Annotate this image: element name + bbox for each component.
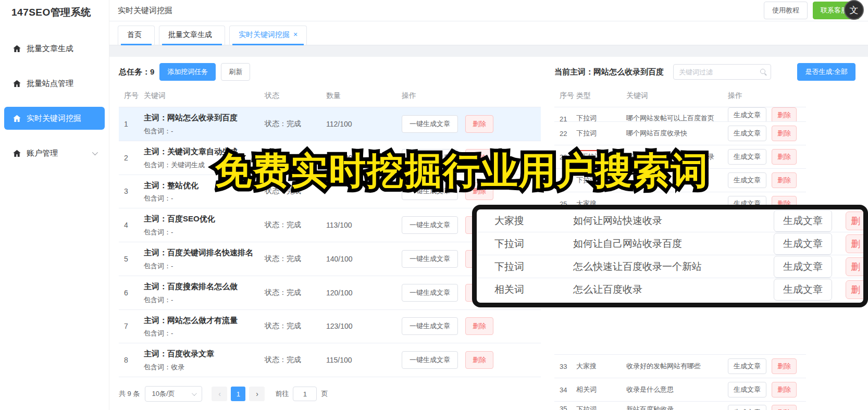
task-keyword-cell: 主词：网站怎么做才有流量 包含词：-: [144, 315, 265, 339]
generate-article-button[interactable]: 一键生成文章: [402, 115, 458, 133]
keywords-panel-header: 当前主词：网站怎么收录到百度 是否生成:全部: [554, 64, 855, 80]
keyword-type: 下拉词: [576, 150, 626, 164]
tab-underline: [232, 44, 304, 45]
magnified-keyword-row: 大家搜 如何让网站快速收录 生成文章 删: [477, 209, 863, 232]
col-keyword: 关键词: [144, 91, 265, 101]
generate-article-button[interactable]: 一键生成文章: [402, 351, 458, 369]
generate-article-button[interactable]: 生成文章: [728, 149, 766, 165]
task-row: 3 主词：整站优化 包含词：- 状态：完成 一键生成文章 删除: [119, 175, 541, 209]
generate-article-button[interactable]: 生成文章: [774, 210, 832, 232]
topbar: 实时关键词挖掘 使用教程 联系客服 文: [109, 0, 868, 21]
generate-article-button[interactable]: 生成文章: [728, 107, 766, 122]
delete-button[interactable]: 删除: [772, 358, 797, 374]
delete-button[interactable]: 删除: [772, 405, 797, 410]
tab[interactable]: 批量文章生成: [159, 26, 225, 45]
task-quantity: 112/100: [326, 120, 402, 128]
tab[interactable]: 实时关键词挖掘×: [229, 26, 307, 45]
task-keyword-cell: 主词：关键词文章自动生成 包含词：关键词生成: [144, 146, 265, 170]
current-main-word: 当前主词：网站怎么收录到百度: [554, 67, 664, 77]
delete-button[interactable]: 删除: [465, 115, 493, 133]
keyword-row: 33 大家搜 收录好的发帖网站有哪些 生成文章 删除: [554, 355, 806, 378]
keyword-text: 哪个网站发帖可以上百度首页: [626, 114, 728, 122]
page-number[interactable]: 1: [231, 387, 245, 401]
page-size-select[interactable]: 10条/页: [145, 386, 202, 402]
floating-widget-icon[interactable]: 文: [844, 0, 864, 20]
delete-button[interactable]: 删除: [772, 149, 797, 165]
generate-article-button[interactable]: 生成文章: [728, 172, 766, 188]
generate-article-button[interactable]: 生成文章: [728, 405, 766, 410]
generate-article-button[interactable]: 生成文章: [728, 126, 766, 141]
sidebar-item[interactable]: 账户管理: [4, 142, 105, 165]
keyword-actions: 生成文章 删除: [728, 172, 806, 188]
delete-button[interactable]: 删除: [772, 126, 797, 141]
delete-button[interactable]: 删除: [772, 107, 797, 122]
keywords-table-header: 序号 类型 关键词 操作: [554, 87, 806, 107]
tab-label: 实时关键词挖掘: [239, 30, 290, 39]
search-icon: [760, 69, 765, 74]
generate-article-button[interactable]: 生成文章: [774, 279, 832, 301]
tab-label: 批量文章生成: [168, 30, 212, 39]
keyword-actions: 生成文章 删除: [728, 126, 806, 141]
task-include-words: 包含词：-: [144, 194, 265, 203]
keyword-type: 大家搜: [477, 214, 573, 228]
magnified-keyword-row: 相关词 怎么让百度收录 生成文章 删: [477, 278, 863, 301]
keyword-text: 哪个网站百度收录快: [626, 129, 728, 138]
delete-button-partial[interactable]: 删: [846, 257, 868, 276]
task-actions: 一键生成文章 删除: [402, 115, 541, 133]
delete-button-partial[interactable]: 删: [846, 234, 868, 253]
keyword-index: 33: [554, 363, 576, 370]
task-status: 状态：完成: [265, 220, 326, 230]
prev-page-button[interactable]: ‹: [212, 387, 227, 401]
task-include-words: 包含词：-: [144, 228, 265, 237]
sidebar-item-label: 实时关键词挖掘: [27, 114, 81, 123]
keyword-filter-input[interactable]: [673, 64, 771, 80]
generate-article-button[interactable]: 一键生成文章: [402, 250, 458, 268]
generate-article-button[interactable]: 生成文章: [774, 256, 832, 278]
keyword-row: 24 下拉词 生成文章 删除: [554, 169, 806, 192]
keyword-row: 23 下拉词 哪些平台发文容易被百度收录 生成文章 删除: [554, 145, 806, 169]
content-gap: [109, 45, 868, 57]
goto-page: 前往 页: [275, 387, 328, 401]
sidebar-nav: 批量文章生成 批量站点管理 实时关键词挖掘 账户管理: [0, 19, 109, 165]
tab[interactable]: 首页: [118, 26, 155, 45]
generate-article-button[interactable]: 一键生成文章: [402, 182, 458, 200]
delete-button[interactable]: 删除: [772, 172, 797, 188]
delete-button-partial[interactable]: 删: [846, 212, 868, 230]
tab-bar: 首页 批量文章生成 实时关键词挖掘×: [109, 21, 868, 45]
magnified-keyword-row: 下拉词 如何让自己网站收录百度 生成文章 删: [477, 232, 863, 255]
delete-button[interactable]: 删除: [772, 382, 797, 397]
generate-article-button[interactable]: 生成文章: [728, 358, 766, 374]
tab-underline: [121, 44, 152, 45]
delete-button-partial[interactable]: 删: [846, 280, 868, 299]
goto-label: 前往: [275, 389, 289, 399]
generate-article-button[interactable]: 一键生成文章: [402, 284, 458, 302]
generate-article-button[interactable]: 生成文章: [728, 382, 766, 397]
task-status: 状态：完成: [265, 355, 326, 365]
goto-page-input[interactable]: [293, 387, 317, 401]
generate-article-button[interactable]: 一键生成文章: [402, 216, 458, 234]
sidebar-item[interactable]: 批量站点管理: [4, 72, 105, 95]
next-page-button[interactable]: ›: [249, 387, 265, 401]
delete-button[interactable]: 删除: [465, 149, 493, 167]
generate-article-button[interactable]: 生成文章: [774, 233, 832, 255]
delete-button[interactable]: 删除: [465, 351, 493, 369]
sidebar-item[interactable]: 实时关键词挖掘: [4, 107, 105, 130]
keyword-type: 下拉词: [576, 405, 626, 410]
sidebar-item[interactable]: 批量文章生成: [4, 37, 105, 60]
refresh-button[interactable]: 刷新: [221, 63, 250, 81]
tutorial-button[interactable]: 使用教程: [764, 2, 808, 19]
task-index: 7: [119, 322, 144, 330]
app-logo: 147SEO管理系统: [0, 0, 109, 19]
delete-button[interactable]: 删除: [465, 317, 493, 335]
task-quantity: 140/100: [326, 255, 402, 263]
delete-button[interactable]: 删除: [465, 182, 493, 200]
tasks-panel-header: 总任务：9 添加挖词任务 刷新: [119, 64, 541, 80]
generate-article-button[interactable]: 一键生成文章: [402, 149, 458, 167]
add-task-button[interactable]: 添加挖词任务: [159, 63, 216, 81]
close-icon[interactable]: ×: [293, 30, 297, 39]
generate-all-button[interactable]: 是否生成:全部: [797, 63, 855, 81]
generate-article-button[interactable]: 一键生成文章: [402, 317, 458, 335]
task-include-words: 包含词：关键词生成: [144, 160, 265, 170]
task-main-word: 主词：百度搜索排名怎么做: [144, 281, 265, 292]
sidebar-item-label: 批量站点管理: [27, 79, 73, 89]
